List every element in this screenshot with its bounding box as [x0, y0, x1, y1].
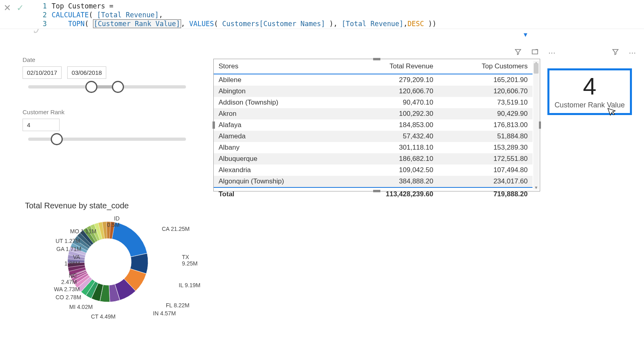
table-row[interactable]: Addison (Township)90,470.1073,519.10 — [214, 97, 533, 108]
selected-token[interactable]: [Customer Rank Value] — [93, 19, 181, 28]
donut-label-CA: CA 21.25M — [162, 226, 190, 232]
total-revenue: 113,428,239.60 — [341, 187, 438, 200]
donut-label-UT: UT 1.27M — [56, 238, 80, 244]
chevron-down-icon[interactable]: ▾ — [524, 30, 527, 39]
donut-label-CO: CO 2.78M — [56, 294, 81, 300]
table-row[interactable]: Alafaya184,853.00176,813.00 — [214, 119, 533, 131]
cell-revenue: 109,042.50 — [341, 165, 438, 176]
col-top-customers[interactable]: Top Customers — [438, 59, 533, 74]
cell-revenue: 120,606.70 — [341, 86, 438, 97]
table-total-row: Total 113,428,239.60 719,888.20 — [214, 187, 533, 200]
cell-top: 153,289.30 — [438, 142, 533, 153]
cell-store: Alameda — [214, 131, 341, 142]
donut-label-MO: MO 1.11M — [70, 228, 96, 234]
stores-table: Stores Total Revenue Top Customers Abile… — [214, 59, 533, 200]
more-options-icon[interactable]: ⋯ — [629, 48, 636, 58]
date-slider-thumb-start[interactable] — [85, 81, 97, 93]
donut-label-WA: WA 2.73M — [54, 286, 80, 292]
cell-top: 234,017.60 — [438, 176, 533, 187]
donut-label-FL: FL 8.22M — [166, 302, 190, 309]
formula-cancel-icon[interactable]: ✕ — [2, 3, 12, 13]
customer-rank-card[interactable]: 4 Customer Rank Value — [547, 68, 632, 115]
rank-slider[interactable] — [28, 138, 186, 141]
cell-revenue: 279,209.10 — [341, 74, 438, 86]
cell-store: Addison (Township) — [214, 97, 341, 108]
date-slicer: Date 02/10/2017 03/06/2018 — [23, 56, 192, 88]
table-row[interactable]: Abilene279,209.10165,201.90 — [214, 74, 533, 86]
cell-store: Algonquin (Township) — [214, 176, 341, 187]
filter-icon[interactable] — [612, 48, 619, 58]
table-scrollbar[interactable]: ▴ ▾ — [533, 61, 539, 189]
donut-label-MI: MI 4.02M — [69, 304, 93, 310]
cell-top: 73,519.10 — [438, 97, 533, 108]
cell-store: Albany — [214, 142, 341, 153]
donut-label-GA: GA 1.71M — [56, 246, 81, 252]
cell-revenue: 301,118.10 — [341, 142, 438, 153]
cell-store: Albuquerque — [214, 153, 341, 165]
donut-label-ID: ID0.5M — [107, 215, 120, 228]
donut-label-CT: CT 4.49M — [91, 313, 116, 320]
cell-store: Abilene — [214, 74, 341, 86]
formula-code[interactable]: Top Customers = CALCULATE( [Total Revenu… — [50, 0, 436, 28]
cell-top: 120,606.70 — [438, 86, 533, 97]
cell-revenue: 57,432.40 — [341, 131, 438, 142]
col-total-revenue[interactable]: Total Revenue — [341, 59, 438, 74]
rank-slider-thumb[interactable] — [51, 133, 63, 145]
resize-handle[interactable] — [373, 190, 380, 192]
rank-slicer: Customer Rank 4 — [23, 109, 192, 141]
donut-label-TX: TX9.25M — [182, 254, 198, 267]
focus-mode-icon[interactable] — [531, 48, 539, 58]
donut-label-NC: NC2.47M — [61, 272, 77, 285]
table-row[interactable]: Algonquin (Township)384,888.20234,017.60 — [214, 176, 533, 187]
table-row[interactable]: Albuquerque186,682.10172,551.80 — [214, 153, 533, 165]
cell-top: 176,813.00 — [438, 119, 533, 131]
rank-slicer-title: Customer Rank — [23, 109, 192, 115]
col-stores[interactable]: Stores — [214, 59, 341, 74]
cell-top: 90,429.90 — [438, 108, 533, 119]
total-label: Total — [214, 187, 341, 200]
chart-title: Total Revenue by state_code — [25, 201, 218, 210]
resize-handle[interactable] — [373, 58, 380, 60]
formula-bar: ✕ ✓ 1 2 3 Top Customers = CALCULATE( [To… — [0, 0, 644, 29]
date-slicer-title: Date — [23, 56, 192, 63]
cell-revenue: 100,292.30 — [341, 108, 438, 119]
cell-revenue: 90,470.10 — [341, 97, 438, 108]
cell-revenue: 384,888.20 — [341, 176, 438, 187]
date-to-input[interactable]: 03/06/2018 — [67, 66, 106, 79]
cell-top: 165,201.90 — [438, 74, 533, 86]
resize-handle[interactable] — [213, 121, 215, 129]
more-options-icon[interactable]: ⋯ — [548, 48, 555, 58]
rank-value-input[interactable]: 4 — [23, 119, 60, 131]
scroll-thumb[interactable] — [534, 63, 539, 74]
filter-icon[interactable] — [514, 48, 522, 58]
cell-store: Alexandria — [214, 165, 341, 176]
table-header-row: Stores Total Revenue Top Customers — [214, 59, 533, 74]
donut-label-VA: VA1.86M — [64, 254, 80, 267]
cell-top: 107,494.80 — [438, 165, 533, 176]
cell-store: Alafaya — [214, 119, 341, 131]
table-row[interactable]: Akron100,292.3090,429.90 — [214, 108, 533, 119]
date-slider-thumb-end[interactable] — [112, 81, 124, 93]
stores-table-visual[interactable]: Stores Total Revenue Top Customers Abile… — [213, 59, 540, 191]
formula-accept-icon[interactable]: ✓ — [15, 3, 25, 13]
card-value: 4 — [583, 74, 596, 99]
svg-rect-0 — [532, 50, 538, 54]
total-top: 719,888.20 — [438, 187, 533, 200]
scroll-down-icon[interactable]: ▾ — [533, 185, 539, 190]
date-slider[interactable] — [28, 85, 186, 88]
table-row[interactable]: Alameda57,432.4051,884.80 — [214, 131, 533, 142]
donut-label-IL: IL 9.19M — [179, 282, 200, 288]
revenue-by-state-chart[interactable]: Total Revenue by state_code CA 21.25MTX9… — [25, 201, 218, 334]
formula-gutter: 1 2 3 — [27, 0, 50, 28]
table-row[interactable]: Albany301,118.10153,289.30 — [214, 142, 533, 153]
table-row[interactable]: Abington120,606.70120,606.70 — [214, 86, 533, 97]
cell-store: Akron — [214, 108, 341, 119]
cell-revenue: 184,853.00 — [341, 119, 438, 131]
table-row[interactable]: Alexandria109,042.50107,494.80 — [214, 165, 533, 176]
cell-revenue: 186,682.10 — [341, 153, 438, 165]
date-from-input[interactable]: 02/10/2017 — [23, 66, 62, 79]
cell-top: 51,884.80 — [438, 131, 533, 142]
cell-top: 172,551.80 — [438, 153, 533, 165]
cell-store: Abington — [214, 86, 341, 97]
donut-label-IN: IN 4.57M — [153, 310, 176, 317]
